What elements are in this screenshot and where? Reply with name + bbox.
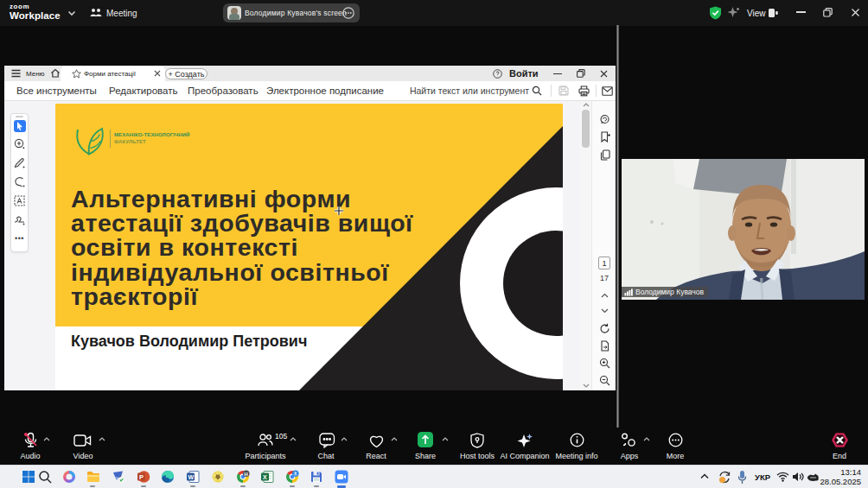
svg-text:X: X — [263, 473, 267, 479]
svg-text:W: W — [188, 473, 194, 479]
svg-text:H: H — [245, 471, 248, 476]
svg-text:P: P — [139, 473, 144, 481]
